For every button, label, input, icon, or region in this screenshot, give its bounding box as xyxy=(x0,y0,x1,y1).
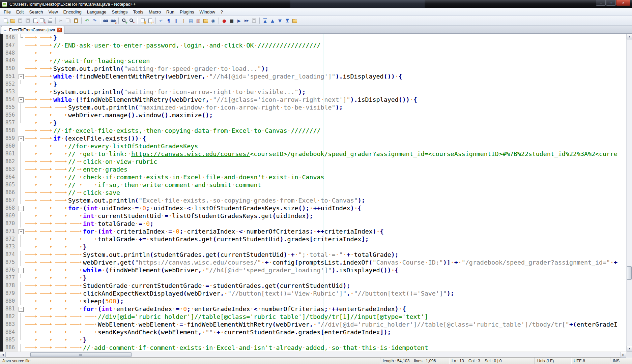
sync-vertical-scrolling-icon[interactable]: ⇅ xyxy=(139,18,146,24)
line-number: 860 xyxy=(3,142,18,150)
goto-next-icon[interactable]: ▼ xyxy=(277,18,283,24)
code-line: 852} xyxy=(3,80,626,88)
close-all-icon[interactable]: × xyxy=(39,18,46,24)
code-text: } xyxy=(24,336,626,344)
open-file-icon[interactable] xyxy=(9,18,16,24)
status-encoding[interactable]: UTF-8 xyxy=(571,358,610,364)
code-editor[interactable]: 846}847//·END·ask·user·to·enter·password… xyxy=(0,34,632,352)
sync-horizontal-scrolling-icon[interactable]: ⇄ xyxy=(147,18,153,24)
fold-margin xyxy=(18,259,24,266)
menu-language[interactable]: Language xyxy=(84,8,109,16)
zoom-out-icon[interactable]: − xyxy=(128,18,135,24)
fold-collapse-icon[interactable] xyxy=(18,228,24,235)
goto-first-icon[interactable]: ▲ xyxy=(262,18,268,24)
menu-encoding[interactable]: Encoding xyxy=(61,8,84,16)
scroll-right-icon[interactable]: ▶ xyxy=(621,352,626,358)
tab-whitespace-arrow xyxy=(83,235,98,243)
fold-margin xyxy=(18,49,24,57)
document-switcher-icon[interactable]: ▥ xyxy=(195,18,202,24)
fold-collapse-icon[interactable] xyxy=(18,266,24,274)
goto-previous-icon[interactable]: ▲ xyxy=(269,18,276,24)
close-icon[interactable]: × xyxy=(32,18,38,24)
word-wrap-icon[interactable]: ↵ xyxy=(158,18,165,24)
scroll-left-icon[interactable]: ◀ xyxy=(0,352,6,358)
tab-whitespace-arrow xyxy=(53,142,68,150)
open-containing-folder-icon[interactable] xyxy=(291,18,298,24)
redo-icon[interactable]: ↷ xyxy=(91,18,98,24)
menu-edit[interactable]: Edit xyxy=(13,8,26,16)
line-number: 851 xyxy=(3,72,18,80)
document-map-icon[interactable]: ▤ xyxy=(188,18,194,24)
function-list-icon[interactable]: ƒ xyxy=(180,18,187,24)
folder-as-workspace-icon[interactable] xyxy=(202,18,209,24)
tab-whitespace-arrow xyxy=(24,49,38,57)
paste-icon[interactable] xyxy=(73,18,79,24)
menu-plugins[interactable]: Plugins xyxy=(177,8,197,16)
macro-run-multiple-icon[interactable]: ▶▶ xyxy=(243,18,250,24)
line-number: 867 xyxy=(3,196,18,204)
tab-whitespace-arrow xyxy=(38,142,53,150)
minimize-button[interactable]: – xyxy=(596,0,606,6)
tab-whitespace-arrow xyxy=(53,165,68,173)
menu-run[interactable]: Run xyxy=(164,8,177,16)
goto-last-icon[interactable]: ▼ xyxy=(284,18,291,24)
zoom-in-icon[interactable]: + xyxy=(121,18,127,24)
new-file-icon[interactable]: + xyxy=(2,18,9,24)
macro-play-icon[interactable]: ▶ xyxy=(236,18,242,24)
status-doc-type: Java source file xyxy=(0,358,380,364)
maximize-button[interactable]: □ xyxy=(606,0,616,6)
fold-margin xyxy=(18,158,24,165)
tab-whitespace-arrow xyxy=(24,235,38,243)
undo-icon[interactable]: ↶ xyxy=(84,18,90,24)
line-number: 875 xyxy=(3,259,18,266)
toolbar-separator xyxy=(100,18,100,24)
print-icon[interactable] xyxy=(47,18,53,24)
menu-search[interactable]: Search xyxy=(26,8,46,16)
status-eol-format[interactable]: Unix (LF) xyxy=(535,358,571,364)
menu-tools[interactable]: Tools xyxy=(131,8,146,16)
show-all-characters-icon[interactable]: ¶ xyxy=(165,18,172,24)
line-number: 884 xyxy=(3,328,18,336)
find-icon[interactable] xyxy=(102,18,109,24)
menu-settings[interactable]: Settings xyxy=(109,8,131,16)
tab-exceltofromcanvas[interactable]: ExcelToFromCanvas.java × xyxy=(1,26,64,34)
scroll-up-icon[interactable]: ▲ xyxy=(627,34,632,39)
vertical-scrollbar-thumb[interactable] xyxy=(627,266,632,280)
vertical-scrollbar[interactable]: ▲ ▼ xyxy=(626,34,632,352)
notepad-plus-plus-icon[interactable] xyxy=(2,2,7,7)
fold-margin xyxy=(18,336,24,344)
monitoring-icon[interactable]: ◉ xyxy=(210,18,217,24)
save-all-icon xyxy=(24,18,31,24)
status-typing-mode[interactable]: INS xyxy=(610,358,632,364)
fold-margin xyxy=(18,274,24,282)
fold-collapse-icon[interactable] xyxy=(18,72,24,80)
fold-collapse-icon[interactable] xyxy=(18,305,24,313)
menu-view[interactable]: View xyxy=(46,8,61,16)
line-number: 858 xyxy=(3,127,18,134)
fold-margin xyxy=(18,297,24,305)
line-number: 861 xyxy=(3,150,18,158)
replace-icon[interactable]: a xyxy=(110,18,116,24)
code-line: 867System.out.println("Excel·file·exists… xyxy=(3,196,626,204)
macro-stop-icon[interactable]: ■ xyxy=(228,18,235,24)
tab-whitespace-arrow xyxy=(53,282,68,290)
menu-help[interactable]: ? xyxy=(218,8,226,16)
tab-whitespace-arrow xyxy=(24,134,38,142)
tab-close-icon[interactable]: × xyxy=(57,28,62,32)
macro-record-icon[interactable]: ● xyxy=(221,18,228,24)
horizontal-scrollbar[interactable]: ◀ ▶ xyxy=(0,352,632,357)
fold-collapse-icon[interactable] xyxy=(18,96,24,103)
fold-collapse-icon[interactable] xyxy=(18,134,24,142)
scroll-down-icon[interactable]: ▼ xyxy=(627,346,632,352)
menu-macro[interactable]: Macro xyxy=(146,8,164,16)
code-line: 865//if·so,·then·write·comment·and·submi… xyxy=(3,181,626,189)
menu-window[interactable]: Window xyxy=(197,8,218,16)
menu-file[interactable]: File xyxy=(1,8,13,16)
close-button[interactable]: × xyxy=(616,0,630,6)
indent-guide-icon[interactable]: ∥ xyxy=(173,18,179,24)
tab-whitespace-arrow xyxy=(68,212,83,220)
tab-whitespace-arrow xyxy=(38,196,53,204)
fold-collapse-icon[interactable] xyxy=(18,204,24,212)
horizontal-scrollbar-thumb[interactable] xyxy=(30,352,132,357)
status-bar: Java source file length : 54,103 lines :… xyxy=(0,357,632,364)
